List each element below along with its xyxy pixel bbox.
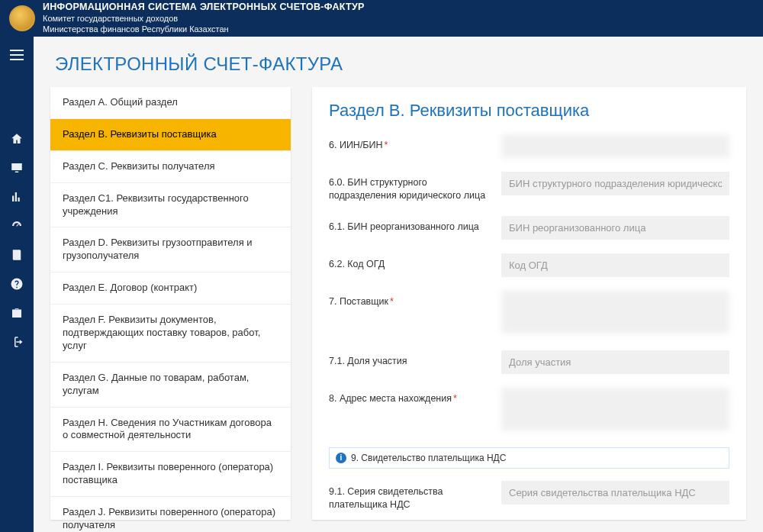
menu-icon[interactable] — [9, 47, 24, 63]
nav-item[interactable]: Раздел I. Реквизиты поверенного (операто… — [50, 452, 291, 497]
app-logo — [9, 5, 35, 31]
section-nav: Раздел A. Общий разделРаздел B. Реквизит… — [50, 87, 291, 520]
header-title-2: Комитет государственных доходов — [43, 14, 365, 24]
field-label: 7. Поставщик* — [329, 291, 489, 308]
chart-icon[interactable] — [9, 189, 24, 205]
info-text: 9. Свидетельство плательщика НДС — [351, 453, 506, 463]
field-row-9-1: 9.1. Серия свидетельства плательщика НДС — [329, 481, 729, 511]
nav-item[interactable]: Раздел A. Общий раздел — [50, 87, 291, 119]
dashboard-icon[interactable] — [9, 218, 24, 234]
section-title: Раздел B. Реквизиты поставщика — [329, 101, 729, 121]
header-titles: ИНФОРМАЦИОННАЯ СИСТЕМА ЭЛЕКТРОННЫХ СЧЕТО… — [43, 2, 365, 34]
logout-icon[interactable] — [9, 334, 24, 350]
content-area: ЭЛЕКТРОННЫЙ СЧЕТ-ФАКТУРА Раздел A. Общий… — [34, 37, 763, 532]
address-input[interactable] — [501, 388, 729, 430]
app-header: ИНФОРМАЦИОННАЯ СИСТЕМА ЭЛЕКТРОННЫХ СЧЕТО… — [0, 0, 763, 37]
nav-item[interactable]: Раздел E. Договор (контракт) — [50, 272, 291, 305]
field-label: 6. ИИН/БИН* — [329, 134, 489, 152]
share-input[interactable] — [501, 350, 729, 374]
header-title-1: ИНФОРМАЦИОННАЯ СИСТЕМА ЭЛЕКТРОННЫХ СЧЕТО… — [43, 2, 365, 14]
field-row-6: 6. ИИН/БИН* — [329, 134, 729, 158]
field-label: 6.0. БИН структурного подразделения юрид… — [329, 172, 489, 202]
left-rail — [0, 37, 34, 532]
form-panel: Раздел B. Реквизиты поставщика 6. ИИН/БИ… — [312, 87, 746, 520]
nav-item[interactable]: Раздел G. Данные по товарам, работам, ус… — [50, 363, 291, 408]
monitor-icon[interactable] — [9, 160, 24, 176]
field-row-6-0: 6.0. БИН структурного подразделения юрид… — [329, 172, 729, 202]
field-row-7-1: 7.1. Доля участия — [329, 350, 729, 374]
field-label: 7.1. Доля участия — [329, 350, 489, 368]
header-title-3: Министерства финансов Республики Казахст… — [43, 24, 365, 35]
page-title: ЭЛЕКТРОННЫЙ СЧЕТ-ФАКТУРА — [55, 53, 746, 75]
book-icon[interactable] — [9, 247, 24, 263]
help-icon[interactable] — [9, 276, 24, 292]
field-label: 6.1. БИН реорганизованного лица — [329, 216, 489, 234]
bin-struct-input[interactable] — [501, 172, 729, 195]
field-label: 8. Адрес места нахождения* — [329, 388, 489, 405]
briefcase-icon[interactable] — [9, 305, 24, 321]
info-icon: i — [336, 453, 346, 463]
field-row-7: 7. Поставщик* — [329, 291, 729, 337]
supplier-input[interactable] — [501, 291, 729, 334]
nav-item[interactable]: Раздел D. Реквизиты грузоотправителя и г… — [50, 227, 291, 272]
field-row-6-2: 6.2. Код ОГД — [329, 253, 729, 277]
iin-bin-input[interactable] — [501, 134, 729, 158]
info-vat-certificate: i 9. Свидетельство плательщика НДС — [329, 447, 729, 469]
field-row-6-1: 6.1. БИН реорганизованного лица — [329, 216, 729, 240]
bin-reorg-input[interactable] — [501, 216, 729, 240]
field-label: 9.1. Серия свидетельства плательщика НДС — [329, 481, 489, 511]
field-label: 6.2. Код ОГД — [329, 253, 489, 271]
nav-item[interactable]: Раздел C1. Реквизиты государственного уч… — [50, 183, 291, 228]
nav-item[interactable]: Раздел J. Реквизиты поверенного (операто… — [50, 497, 291, 532]
home-icon[interactable] — [9, 131, 24, 147]
nav-item[interactable]: Раздел H. Сведения по Участникам договор… — [50, 408, 291, 453]
ogd-code-input[interactable] — [501, 253, 729, 277]
vat-series-input[interactable] — [501, 481, 729, 505]
nav-item[interactable]: Раздел F. Реквизиты документов, подтверж… — [50, 305, 291, 363]
nav-item[interactable]: Раздел C. Реквизиты получателя — [50, 151, 291, 183]
field-row-8: 8. Адрес места нахождения* — [329, 388, 729, 434]
nav-item[interactable]: Раздел B. Реквизиты поставщика — [50, 119, 291, 151]
